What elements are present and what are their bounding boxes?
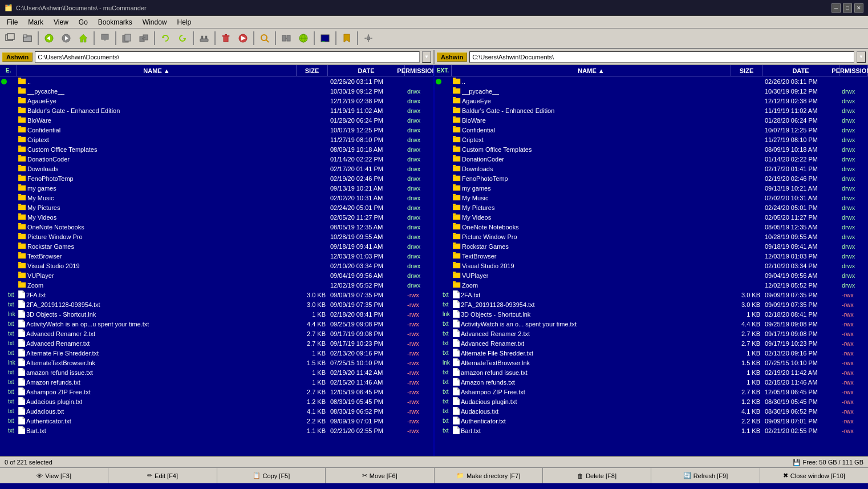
left-file-list[interactable]: .. 02/26/20 03:11 PM __pycache__ 10/30/1… <box>0 76 433 456</box>
bottom-btn-move-[f6][interactable]: ✂Move [F6] <box>326 468 434 483</box>
list-item[interactable]: TextBrowser 12/03/19 01:03 PM drwx <box>435 251 868 261</box>
list-item[interactable]: VUPlayer 09/04/19 09:56 AM drwx <box>0 270 433 280</box>
list-item[interactable]: txt amazon refund issue.txt 1 KB 02/19/2… <box>435 367 868 377</box>
close-button[interactable]: ✕ <box>854 3 863 13</box>
list-item[interactable]: txt 2FA.txt 3.0 KB 09/09/19 07:35 PM -rw… <box>435 290 868 300</box>
menu-bookmarks[interactable]: Bookmarks <box>94 17 137 27</box>
list-item[interactable]: Custom Office Templates 08/09/19 10:18 A… <box>435 144 868 154</box>
list-item[interactable]: Custom Office Templates 08/09/19 10:18 A… <box>0 144 433 154</box>
toolbar-move[interactable] <box>136 30 152 46</box>
right-path-dropdown[interactable]: ▼ <box>857 51 866 63</box>
list-item[interactable]: Criptext 11/27/19 08:10 PM drwx <box>0 135 433 144</box>
bottom-btn-refresh-[f9][interactable]: 🔄Refresh [F9] <box>651 468 760 483</box>
list-item[interactable]: AgaueEye 12/12/19 02:38 PM drwx <box>435 96 868 106</box>
right-col-size-header[interactable]: SIZE <box>731 65 762 76</box>
list-item[interactable]: txt Alternate File Shredder.txt 1 KB 02/… <box>435 348 868 358</box>
toolbar-delete[interactable] <box>218 30 234 46</box>
list-item[interactable]: my games 09/13/19 10:21 AM drwx <box>0 183 433 193</box>
list-item[interactable]: lnk 3D Objects - Shortcut.lnk 1 KB 02/18… <box>0 309 433 319</box>
right-file-list[interactable]: .. 02/26/20 03:11 PM __pycache__ 10/30/1… <box>435 76 868 456</box>
list-item[interactable]: txt Bart.txt 1.1 KB 02/21/20 02:55 PM -r… <box>0 426 433 435</box>
list-item[interactable]: txt Amazon refunds.txt 1 KB 02/15/20 11:… <box>435 377 868 387</box>
toolbar-settings[interactable] <box>360 30 376 46</box>
list-item[interactable]: BioWare 01/28/20 06:24 PM drwx <box>0 115 433 125</box>
left-col-name-header[interactable]: NAME ▲ <box>17 65 297 76</box>
list-item[interactable]: Picture Window Pro 10/28/19 09:55 AM drw… <box>0 232 433 241</box>
list-item[interactable]: __pycache__ 10/30/19 09:12 PM drwx <box>0 86 433 96</box>
list-item[interactable]: VUPlayer 09/04/19 09:56 AM drwx <box>435 270 868 280</box>
toolbar-up[interactable] <box>97 30 113 46</box>
list-item[interactable]: My Music 02/02/20 10:31 AM drwx <box>0 193 433 203</box>
list-item[interactable]: txt Alternate File Shredder.txt 1 KB 02/… <box>0 348 433 358</box>
list-item[interactable]: txt ActivityWatch is an o... spent your … <box>435 319 868 329</box>
list-item[interactable]: txt Audacious.txt 4.1 KB 08/30/19 06:52 … <box>0 406 433 416</box>
list-item[interactable]: Rockstar Games 09/18/19 09:41 AM drwx <box>435 241 868 251</box>
maximize-button[interactable]: □ <box>843 3 852 13</box>
list-item[interactable]: txt 2FA_20191128-093954.txt 3.0 KB 09/09… <box>0 300 433 309</box>
bottom-btn-close-window-[f10][interactable]: ✖Close window [F10] <box>760 468 868 483</box>
list-item[interactable]: txt 2FA_20191128-093954.txt 3.0 KB 09/09… <box>435 300 868 309</box>
toolbar-new-tab[interactable] <box>19 30 35 46</box>
right-col-perms-header[interactable]: PERMISSIONS <box>839 65 868 76</box>
toolbar-back[interactable] <box>41 30 57 46</box>
list-item[interactable]: My Pictures 02/24/20 05:01 PM drwx <box>0 203 433 212</box>
list-item[interactable]: DonationCoder 01/14/20 02:22 PM drwx <box>435 154 868 164</box>
toolbar-bookmark[interactable] <box>339 30 355 46</box>
list-item[interactable]: Visual Studio 2019 02/10/20 03:34 PM drw… <box>0 261 433 270</box>
list-item[interactable]: txt Audacious plugin.txt 1.2 KB 08/30/19… <box>0 397 433 406</box>
list-item[interactable]: OneNote Notebooks 08/05/19 12:35 AM drwx <box>0 222 433 232</box>
list-item[interactable]: Visual Studio 2019 02/10/20 03:34 PM drw… <box>435 261 868 270</box>
menu-view[interactable]: View <box>49 17 73 27</box>
menu-window[interactable]: Window <box>138 17 172 27</box>
list-item[interactable]: txt Authenticator.txt 2.2 KB 09/09/19 07… <box>435 416 868 426</box>
toolbar-compare[interactable] <box>278 30 294 46</box>
list-item[interactable]: TextBrowser 12/03/19 01:03 PM drwx <box>0 251 433 261</box>
list-item[interactable]: txt Advanced Renamer 2.txt 2.7 KB 09/17/… <box>0 329 433 338</box>
bottom-btn-edit-[f4][interactable]: ✏Edit [F4] <box>108 468 217 483</box>
menu-go[interactable]: Go <box>74 17 92 27</box>
list-item[interactable]: OneNote Notebooks 08/05/19 12:35 AM drwx <box>435 222 868 232</box>
list-item[interactable]: txt Audacious.txt 4.1 KB 08/30/19 06:52 … <box>435 406 868 416</box>
toolbar-terminal[interactable]: _ <box>317 30 333 46</box>
list-item[interactable]: txt ActivityWatch is an op...u spent you… <box>0 319 433 329</box>
left-drive-label[interactable]: Ashwin <box>2 52 33 62</box>
left-path-input[interactable] <box>35 51 420 63</box>
bottom-btn-view-[f3][interactable]: 👁View [F3] <box>0 468 108 483</box>
menu-help[interactable]: Help <box>173 17 196 27</box>
list-item[interactable]: Downloads 02/17/20 01:41 PM drwx <box>0 164 433 173</box>
list-item[interactable]: Picture Window Pro 10/28/19 09:55 AM drw… <box>435 232 868 241</box>
bottom-btn-make-directory-[f7][interactable]: 📁Make directory [F7] <box>435 468 543 483</box>
list-item[interactable]: Baldur's Gate - Enhanced Edition 11/19/1… <box>435 106 868 115</box>
list-item[interactable]: txt 2FA.txt 3.0 KB 09/09/19 07:35 PM -rw… <box>0 290 433 300</box>
menu-file[interactable]: File <box>2 17 22 27</box>
list-item[interactable]: .. 02/26/20 03:11 PM <box>0 76 433 86</box>
toolbar-refresh2[interactable] <box>175 30 190 46</box>
list-item[interactable]: __pycache__ 10/30/19 09:12 PM drwx <box>435 86 868 96</box>
toolbar-connect[interactable] <box>196 30 212 46</box>
toolbar-refresh1[interactable] <box>157 30 173 46</box>
list-item[interactable]: txt Audacious plugin.txt 1.2 KB 08/30/19… <box>435 397 868 406</box>
list-item[interactable]: FenoPhotoTemp 02/19/20 02:46 PM drwx <box>435 173 868 183</box>
right-col-ext-header[interactable]: EXT. <box>435 65 452 76</box>
list-item[interactable]: BioWare 01/28/20 06:24 PM drwx <box>435 115 868 125</box>
right-drive-label[interactable]: Ashwin <box>437 52 467 62</box>
toolbar-copy[interactable] <box>119 30 135 46</box>
list-item[interactable]: Zoom 12/02/19 05:52 PM drwx <box>435 280 868 290</box>
list-item[interactable]: lnk AlternateTextBrowser.lnk 1.5 KB 07/2… <box>0 358 433 367</box>
right-col-name-header[interactable]: NAME ▲ <box>452 65 731 76</box>
list-item[interactable]: Confidential 10/07/19 12:25 PM drwx <box>435 125 868 135</box>
toolbar-find[interactable] <box>257 30 273 46</box>
list-item[interactable]: txt Advanced Renamer.txt 2.7 KB 09/17/19… <box>435 338 868 348</box>
list-item[interactable]: txt Ashampoo ZIP Free.txt 2.7 KB 12/05/1… <box>0 387 433 397</box>
list-item[interactable]: Zoom 12/02/19 05:52 PM drwx <box>0 280 433 290</box>
list-item[interactable]: txt Advanced Renamer.txt 2.7 KB 09/17/19… <box>0 338 433 348</box>
list-item[interactable]: Baldur's Gate - Enhanced Edition 11/19/1… <box>0 106 433 115</box>
list-item[interactable]: Downloads 02/17/20 01:41 PM drwx <box>435 164 868 173</box>
left-path-dropdown[interactable]: ▼ <box>422 51 431 63</box>
toolbar-forward[interactable] <box>58 30 74 46</box>
right-path-input[interactable] <box>469 51 854 63</box>
list-item[interactable]: lnk 3D Objects - Shortcut.lnk 1 KB 02/18… <box>435 309 868 319</box>
list-item[interactable]: lnk AlternateTextBrowser.lnk 1.5 KB 07/2… <box>435 358 868 367</box>
list-item[interactable]: txt Ashampoo ZIP Free.txt 2.7 KB 12/05/1… <box>435 387 868 397</box>
left-col-perms-header[interactable]: PERMISSIONS <box>405 65 433 76</box>
